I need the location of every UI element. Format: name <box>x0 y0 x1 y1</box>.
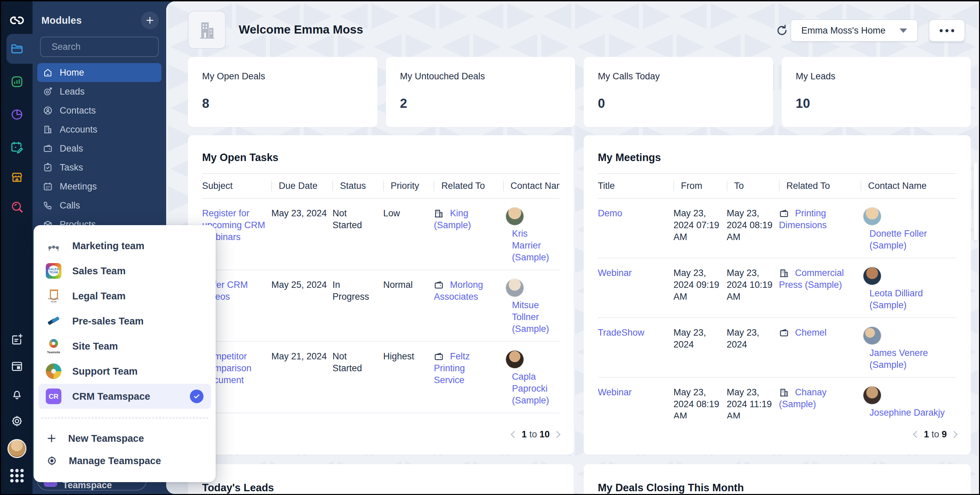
deal-wallet-icon <box>779 328 789 338</box>
calendar-icon[interactable] <box>10 359 24 374</box>
column-header: Related To <box>779 181 861 191</box>
team-name: CRM Teamspace <box>72 391 150 402</box>
marketplace-store-icon[interactable] <box>10 170 24 185</box>
task-status: Not Started <box>332 199 383 237</box>
manage-teamspace-button[interactable]: Manage Teamspace <box>38 450 211 472</box>
home-view-dropdown[interactable]: Emma Moss's Home <box>791 19 918 42</box>
table-row: Refer CRM Videos May 25, 2024 In Progres… <box>202 270 560 342</box>
meeting-related-to: Chanay (Sample) <box>779 378 861 416</box>
new-teamspace-button[interactable]: New Teamspace <box>38 427 211 450</box>
contact-avatar <box>863 327 881 344</box>
compose-note-icon[interactable] <box>10 332 24 347</box>
deal-wallet-icon <box>434 352 444 362</box>
team-name: Marketing team <box>72 240 145 251</box>
task-contact: Mitsue Tollner (Sample) <box>503 270 560 341</box>
zoho-crm-logo-icon[interactable] <box>10 13 24 28</box>
team-name: Sales Team <box>72 266 126 277</box>
task-contact: Kris Marrier (Sample) <box>503 199 560 269</box>
team-logo: CR <box>46 388 61 404</box>
plus-icon <box>46 433 57 444</box>
team-badge: CR <box>49 393 59 400</box>
activities-calendar-edit-icon[interactable] <box>10 140 24 154</box>
table-row: Get Apporval from May 22, 2024 Not Start… <box>202 413 560 419</box>
refresh-icon[interactable] <box>775 24 789 37</box>
profile-avatar[interactable] <box>8 439 27 458</box>
pagination: 1 to 10 <box>508 429 560 440</box>
main-content: Welcome Emma Moss Emma Moss's Home My Op… <box>166 2 979 494</box>
analytics-icon[interactable] <box>10 74 24 89</box>
contact-name-link[interactable]: Kris Marrier (Sample) <box>512 228 554 263</box>
prev-page-icon[interactable] <box>511 431 518 438</box>
next-page-icon[interactable] <box>950 431 958 438</box>
notifications-bell-icon[interactable] <box>10 387 24 401</box>
task-due-date: May 23, 2024 <box>271 199 332 226</box>
contact-name-link[interactable]: Mitsue Tollner (Sample) <box>512 299 554 335</box>
reports-pie-icon[interactable] <box>10 107 24 122</box>
contact-name-link[interactable]: Donette Foller (Sample) <box>869 228 951 251</box>
teamspace-menu-item[interactable]: Support Team <box>38 359 211 384</box>
sidebar-item-tasks[interactable]: Tasks <box>37 158 161 177</box>
scrollbar-thumb[interactable] <box>974 162 978 241</box>
team-logo <box>46 238 61 254</box>
kpi-card[interactable]: My Open Deals 8 <box>188 57 377 127</box>
kpi-card[interactable]: My Calls Today 0 <box>584 57 773 127</box>
column-header: Contact Name <box>503 181 560 191</box>
teamspace-menu-item[interactable]: THE LEGAL TEAM Legal Team <box>38 283 211 309</box>
sidebar-item-calls[interactable]: Calls <box>37 196 161 215</box>
contact-name-link[interactable]: James Venere (Sample) <box>869 347 951 371</box>
task-status: Not Started <box>332 342 383 380</box>
prev-page-icon[interactable] <box>913 431 920 438</box>
meeting-related-to: Printing Dimensions <box>779 199 861 237</box>
contact-name-link[interactable]: Leota Dilliard (Sample) <box>869 288 951 311</box>
teamspace-menu-item[interactable]: Teamsite Site Team <box>38 334 211 359</box>
section-title: My Deals Closing This Month <box>598 482 956 494</box>
selected-check-icon <box>190 390 204 403</box>
zoho-crm-window: Modules Home Leads <box>0 0 980 495</box>
teamspace-menu-item[interactable]: Marketing team <box>38 233 211 258</box>
next-page-icon[interactable] <box>554 431 560 438</box>
todays-leads-card: Today's Leads <box>188 464 574 494</box>
teamspace-menu-item[interactable]: SALES TEAM Sales Team <box>38 258 211 283</box>
meeting-from: May 23, 2024 <box>673 318 727 357</box>
column-header: From <box>673 181 727 191</box>
meeting-title-link[interactable]: Demo <box>598 208 622 218</box>
sidebar-item-deals[interactable]: Deals <box>37 139 161 158</box>
task-related-to: Morlong Associates <box>434 270 503 309</box>
settings-gear-icon[interactable] <box>10 414 24 428</box>
contact-name-link[interactable]: Josephine Darakjy (Sample) <box>869 407 951 419</box>
sidebar-item-meetings[interactable]: Meetings <box>37 177 161 196</box>
column-header: Subject <box>202 181 271 191</box>
module-search[interactable] <box>40 37 159 57</box>
related-to-link[interactable]: Chemel <box>795 328 827 338</box>
meeting-title-link[interactable]: TradeShow <box>598 328 644 338</box>
sidebar-item-leads[interactable]: Leads <box>37 82 161 101</box>
table-header: Title From To Related To Contact Name <box>598 173 956 199</box>
zia-search-icon[interactable] <box>10 199 24 214</box>
meeting-title-link[interactable]: Webinar <box>598 387 632 397</box>
gear-icon <box>46 455 57 466</box>
kpi-label: My Leads <box>796 71 835 82</box>
kpi-card[interactable]: My Untouched Deals 2 <box>386 57 576 127</box>
more-options-button[interactable] <box>929 19 965 42</box>
building-icon <box>196 19 218 41</box>
sidebar-item-label: Deals <box>60 143 83 154</box>
task-due-date: May 25, 2024 <box>271 270 332 297</box>
search-input[interactable] <box>51 41 172 53</box>
column-header: Priority <box>383 181 434 191</box>
apps-grid-icon[interactable] <box>10 468 24 483</box>
kpi-card[interactable]: My Leads 10 <box>782 57 971 127</box>
sidebar-item-accounts[interactable]: Accounts <box>37 120 161 139</box>
popup-divider <box>41 418 208 419</box>
teamspace-menu-item[interactable]: Pre-sales Team <box>38 309 211 334</box>
teamspace-menu-item[interactable]: CR CRM Teamspace <box>38 384 211 409</box>
meeting-contact: Josephine Darakjy (Sample) <box>861 378 956 419</box>
add-module-button[interactable] <box>141 11 159 29</box>
folder-icon[interactable] <box>10 41 24 56</box>
meeting-to: May 23, 2024 08:19 AM <box>727 199 779 249</box>
meeting-title-link[interactable]: Webinar <box>598 268 632 278</box>
contact-name-link[interactable]: Capla Paprocki (Sample) <box>512 371 554 406</box>
sidebar-item-home[interactable]: Home <box>37 63 161 82</box>
sidebar-item-contacts[interactable]: Contacts <box>37 101 161 120</box>
module-nav-list: Home Leads Contacts Accounts Dea <box>37 63 161 234</box>
meeting-from: May 23, 2024 08:19 AM <box>673 378 727 419</box>
